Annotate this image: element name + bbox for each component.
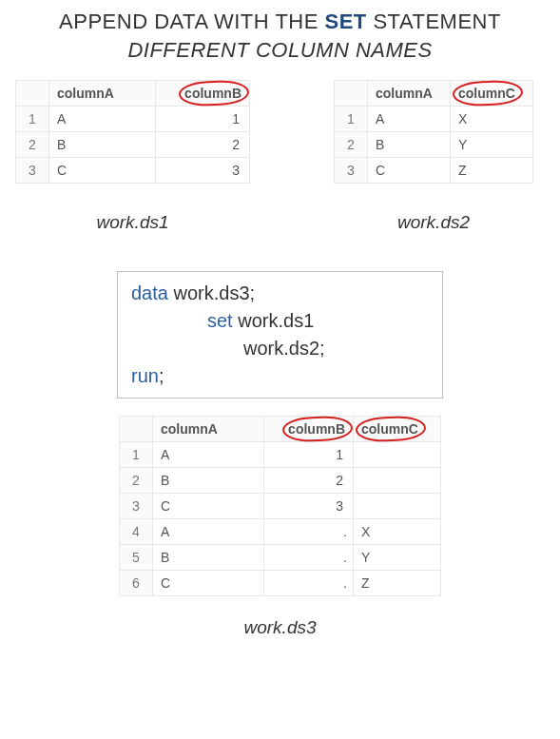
- table-row: 2 B 2: [120, 468, 441, 494]
- ds2-header-columnC-label: columnC: [458, 86, 515, 101]
- ds3-header-columnC-label: columnC: [361, 421, 418, 437]
- cell: A: [368, 107, 451, 132]
- ds3-label: work.ds3: [243, 617, 316, 638]
- cell: A: [153, 442, 264, 468]
- ds1-block: columnA columnB 1 A 1 2 B 2 3 C 3 work.d…: [15, 80, 250, 233]
- table-row: 1 A 1: [16, 107, 250, 132]
- ds1-corner: [16, 81, 49, 107]
- row-number: 1: [16, 107, 49, 132]
- ds2-block: columnA columnC 1 A X 2 B Y 3 C Z work.d…: [334, 80, 533, 233]
- slide-title: APPEND DATA WITH THE SET STATEMENT DIFFE…: [0, 0, 560, 63]
- cell: X: [451, 107, 533, 132]
- title-subline: DIFFERENT COLUMN NAMES: [0, 38, 560, 63]
- title-suffix: STATEMENT: [367, 10, 501, 33]
- row-number: 1: [120, 442, 153, 468]
- ds2-corner: [335, 81, 368, 107]
- code-set-arg2: work.ds2;: [131, 335, 431, 362]
- title-prefix: APPEND DATA WITH THE: [59, 10, 324, 33]
- ds3-header-columnB-label: columnB: [288, 421, 345, 437]
- ds3-header-columnC: columnC: [354, 417, 441, 442]
- table-row: 5 B . Y: [120, 545, 441, 571]
- cell: B: [368, 132, 451, 158]
- cell: 1: [156, 107, 250, 132]
- row-number: 2: [335, 132, 368, 158]
- row-number: 6: [120, 571, 153, 596]
- code-set-arg1: work.ds1: [233, 310, 315, 331]
- row-number: 5: [120, 545, 153, 571]
- highlight-oval: columnC: [361, 421, 418, 437]
- row-number: 1: [335, 107, 368, 132]
- cell: X: [354, 519, 441, 545]
- cell: B: [49, 132, 156, 158]
- cell: Z: [451, 158, 533, 184]
- cell: [354, 494, 441, 519]
- ds3-table: columnA columnB columnC 1 A 1 2 B 2 3 C …: [119, 416, 441, 596]
- ds1-label: work.ds1: [96, 212, 168, 233]
- row-number: 4: [120, 519, 153, 545]
- cell: .: [264, 545, 354, 571]
- ds2-header-columnC: columnC: [451, 81, 533, 107]
- ds2-label: work.ds2: [397, 212, 470, 233]
- ds3-header-columnB: columnB: [264, 417, 354, 442]
- cell: Z: [354, 571, 441, 596]
- row-number: 3: [16, 158, 49, 184]
- ds3-block: columnA columnB columnC 1 A 1 2 B 2 3 C …: [0, 416, 560, 638]
- code-run-keyword: run: [131, 365, 159, 386]
- ds1-header-columnB-label: columnB: [184, 86, 241, 101]
- cell: [354, 442, 441, 468]
- highlight-oval: columnB: [288, 421, 345, 437]
- cell: C: [153, 494, 264, 519]
- highlight-oval: columnB: [184, 86, 241, 101]
- table-row: 3 C Z: [335, 158, 533, 184]
- cell: [354, 468, 441, 494]
- row-number: 3: [335, 158, 368, 184]
- table-row: 1 A 1: [120, 442, 441, 468]
- row-number: 3: [120, 494, 153, 519]
- ds2-header-columnA: columnA: [368, 81, 451, 107]
- cell: C: [49, 158, 156, 184]
- cell: C: [368, 158, 451, 184]
- ds1-header-columnA: columnA: [49, 81, 156, 107]
- code-data-keyword: data: [131, 282, 168, 303]
- code-data-arg: work.ds3;: [168, 282, 255, 303]
- ds1-table: columnA columnB 1 A 1 2 B 2 3 C 3: [15, 80, 250, 184]
- cell: Y: [354, 545, 441, 571]
- cell: .: [264, 571, 354, 596]
- code-run-post: ;: [159, 365, 164, 386]
- cell: A: [153, 519, 264, 545]
- cell: A: [49, 107, 156, 132]
- cell: Y: [451, 132, 533, 158]
- cell: 1: [264, 442, 354, 468]
- cell: .: [264, 519, 354, 545]
- cell: 2: [264, 468, 354, 494]
- table-row: 6 C . Z: [120, 571, 441, 596]
- cell: B: [153, 545, 264, 571]
- code-set-keyword: set: [207, 310, 233, 331]
- table-row: 3 C 3: [120, 494, 441, 519]
- row-number: 2: [16, 132, 49, 158]
- cell: B: [153, 468, 264, 494]
- title-set-keyword: SET: [325, 10, 367, 33]
- row-number: 2: [120, 468, 153, 494]
- table-row: 3 C 3: [16, 158, 250, 184]
- table-row: 4 A . X: [120, 519, 441, 545]
- ds2-table: columnA columnC 1 A X 2 B Y 3 C Z: [334, 80, 533, 184]
- table-row: 2 B 2: [16, 132, 250, 158]
- ds3-header-columnA: columnA: [153, 417, 264, 442]
- ds3-corner: [120, 417, 153, 442]
- table-row: 2 B Y: [335, 132, 533, 158]
- cell: C: [153, 571, 264, 596]
- cell: 3: [264, 494, 354, 519]
- highlight-oval: columnC: [458, 86, 515, 101]
- cell: 2: [156, 132, 250, 158]
- top-tables-row: columnA columnB 1 A 1 2 B 2 3 C 3 work.d…: [0, 63, 560, 233]
- sas-code-box: data work.ds3; set work.ds1 work.ds2; ru…: [117, 271, 443, 399]
- table-row: 1 A X: [335, 107, 533, 132]
- cell: 3: [156, 158, 250, 184]
- ds1-header-columnB: columnB: [156, 81, 250, 107]
